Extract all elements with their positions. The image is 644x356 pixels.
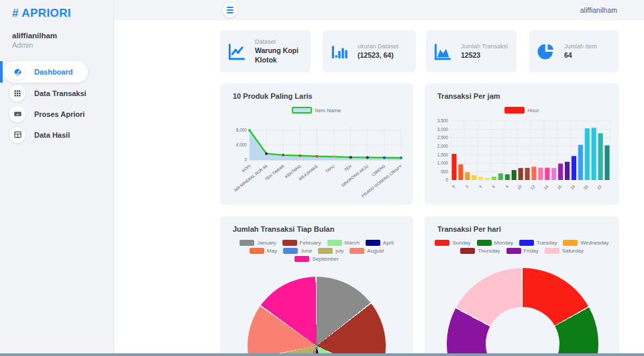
legend-swatch	[318, 248, 333, 254]
chart-title: Transaksi Per hari	[425, 216, 619, 233]
pie-chart[interactable]	[248, 277, 386, 356]
grid-icon	[9, 85, 25, 101]
bar-chart[interactable]: 05001,0001,5002,0002,5003,0003,500024681…	[428, 113, 616, 205]
legend-item[interactable]: Friday	[506, 248, 539, 254]
bar[interactable]	[531, 167, 536, 180]
bar[interactable]	[492, 177, 496, 180]
y-axis-label: 4,000	[236, 142, 248, 147]
bar[interactable]	[545, 168, 549, 180]
bar[interactable]	[551, 168, 556, 180]
data-point[interactable]	[282, 154, 284, 157]
legend-item[interactable]: Item Name	[292, 107, 341, 114]
stat-label: Jumlah Item	[564, 43, 597, 50]
legend-item[interactable]: March	[327, 240, 360, 246]
data-point[interactable]	[350, 156, 352, 159]
card-per-month: Jumlah Transaksi Tiap Bulan JanuaryFebru…	[220, 216, 413, 356]
line-chart[interactable]: 04,0008,000KOPIAIR MINERAL RON 88TEH TAW…	[225, 118, 407, 202]
data-point[interactable]	[299, 154, 301, 157]
bar[interactable]	[465, 172, 470, 180]
bar[interactable]	[572, 156, 576, 180]
x-axis-label: KOPI	[241, 164, 252, 173]
bar[interactable]	[472, 175, 476, 180]
x-axis-label: 20	[583, 184, 589, 190]
bar[interactable]	[565, 162, 570, 180]
legend-item[interactable]: Monday	[477, 240, 513, 246]
data-point[interactable]	[315, 155, 318, 158]
sidebar-item-proses-apriori[interactable]: Proses Apriori	[0, 103, 113, 124]
data-point[interactable]	[265, 152, 268, 155]
bar[interactable]	[558, 164, 563, 180]
legend-item[interactable]: February	[282, 240, 321, 246]
legend-item[interactable]: September	[294, 256, 338, 262]
sidebar-item-data-hasil[interactable]: Data Hasil	[0, 124, 113, 145]
bar[interactable]	[578, 145, 583, 180]
legend-item[interactable]: Sunday	[435, 240, 470, 246]
legend-label: Monday	[494, 240, 513, 246]
legend-item[interactable]: Thursday	[460, 248, 500, 254]
bar[interactable]	[505, 174, 510, 180]
stat-card-ukuran: ukuran Dataset (12523, 64)	[323, 30, 416, 73]
legend-label: April	[383, 240, 394, 246]
legend-item[interactable]: Tuesday	[519, 240, 557, 246]
x-axis-label: TAHU	[325, 164, 335, 174]
sidebar: # APRIORI aliffianilham Admin Dashboard …	[0, 0, 114, 356]
window-bottom-edge	[0, 353, 644, 356]
legend-label: Sunday	[452, 240, 470, 246]
legend-label: Thursday	[478, 248, 500, 254]
chart-title: Transaksi Per jam	[425, 83, 619, 100]
bar[interactable]	[498, 173, 503, 180]
legend-item[interactable]: May	[250, 248, 277, 254]
legend-item[interactable]: June	[283, 248, 312, 254]
menu-toggle-button[interactable]	[223, 3, 237, 17]
bar[interactable]	[458, 165, 463, 180]
x-axis-label: AIR MINERAL RON 88	[233, 164, 269, 193]
bar[interactable]	[512, 170, 517, 180]
bar[interactable]	[585, 128, 590, 180]
data-point[interactable]	[333, 155, 335, 158]
topbar-username[interactable]: aliffianilham	[580, 6, 617, 14]
dashboard-icon	[9, 64, 25, 80]
legend-item[interactable]: Saturday	[545, 248, 584, 254]
x-axis-label: TEH	[343, 164, 352, 172]
pie-chart-icon	[536, 42, 556, 62]
x-axis-label: 18	[570, 184, 576, 190]
app-logo[interactable]: # APRIORI	[0, 0, 113, 20]
chart-title: 10 Produk Paling Laris	[220, 83, 413, 100]
legend-item[interactable]: January	[239, 240, 276, 246]
legend-item[interactable]: August	[350, 248, 384, 254]
y-axis-label: 0	[445, 177, 448, 182]
legend-swatch	[350, 248, 364, 254]
data-point[interactable]	[248, 129, 251, 132]
legend-label: Tuesday	[537, 240, 557, 246]
y-axis-label: 500	[441, 169, 448, 174]
legend-item[interactable]: july	[318, 248, 343, 254]
chart-legend: JanuaryFebruaryMarchAprilMayJunejulyAugu…	[228, 240, 405, 262]
bar[interactable]	[538, 168, 543, 180]
bar[interactable]	[519, 168, 523, 180]
data-point[interactable]	[366, 156, 369, 159]
line-series	[250, 130, 401, 158]
sidebar-item-data-transaksi[interactable]: Data Transaksi	[0, 83, 113, 103]
bar[interactable]	[525, 168, 529, 180]
bar[interactable]	[604, 145, 609, 180]
chart-legend: Item Name	[228, 107, 405, 114]
bar[interactable]	[451, 154, 456, 180]
legend-label: August	[367, 248, 384, 254]
data-point[interactable]	[383, 157, 386, 159]
legend-label: June	[301, 248, 312, 254]
legend-swatch	[519, 240, 534, 246]
legend-item[interactable]: Wednesday	[563, 240, 608, 246]
legend-swatch	[460, 248, 475, 254]
stat-value: 64	[564, 51, 597, 60]
legend-label: February	[300, 240, 321, 246]
legend-swatch	[294, 256, 309, 262]
bar[interactable]	[598, 133, 603, 180]
bar[interactable]	[485, 178, 490, 180]
bar[interactable]	[592, 128, 596, 180]
sidebar-item-dashboard[interactable]: Dashboard	[4, 61, 88, 83]
card-per-day: Transaksi Per hari SundayMondayTuesdayWe…	[425, 216, 619, 356]
bar[interactable]	[478, 177, 483, 180]
legend-item[interactable]: April	[366, 240, 394, 246]
data-point[interactable]	[400, 157, 402, 159]
sidebar-menu: Dashboard Data Transaksi Proses Apriori …	[0, 61, 113, 145]
